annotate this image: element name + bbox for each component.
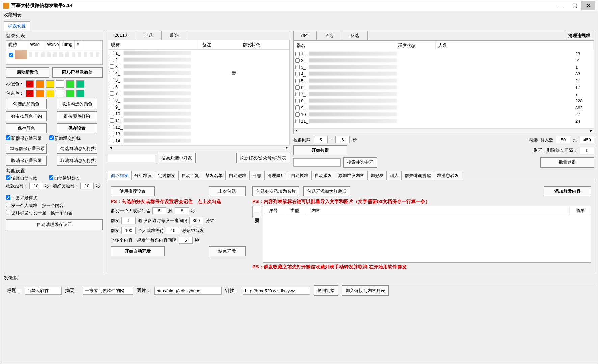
mark-swatch-red[interactable] xyxy=(26,80,34,88)
friend-row[interactable]: 2_ xyxy=(108,56,289,63)
batch-quit-button[interactable]: 批量退群 xyxy=(540,157,594,168)
group-row[interactable]: 1_23 xyxy=(294,50,594,57)
login-row[interactable] xyxy=(6,49,102,60)
friend-invert[interactable]: 反选 xyxy=(161,31,187,40)
mark-swatch-green[interactable] xyxy=(66,80,74,88)
menu-favorites[interactable]: 收藏列表 xyxy=(4,12,21,17)
friend-row[interactable]: 6_ xyxy=(108,83,289,90)
friend-row-check[interactable] xyxy=(110,118,114,123)
group-invert[interactable]: 反选 xyxy=(342,31,368,40)
size-to-input[interactable] xyxy=(580,136,594,143)
p3-count[interactable] xyxy=(121,227,136,234)
group-row[interactable]: 6_17 xyxy=(294,84,594,91)
lower-tab-4[interactable]: 禁发名单 xyxy=(202,171,226,180)
chk-new-group-save[interactable] xyxy=(6,135,10,140)
group-row-check[interactable] xyxy=(295,85,300,90)
friend-row[interactable]: 5_ xyxy=(108,77,289,83)
group-row-check[interactable] xyxy=(295,72,300,76)
mark-swatch-orange[interactable] xyxy=(36,80,44,88)
minimize-button[interactable]: — xyxy=(554,1,568,10)
p2-interval[interactable] xyxy=(189,217,203,224)
group-search-input[interactable] xyxy=(293,158,341,167)
chk-loop-content[interactable] xyxy=(6,210,10,214)
friend-scrollbar[interactable] xyxy=(108,145,290,151)
group-row[interactable]: 8_228 xyxy=(294,97,594,104)
auto-clean-cache-button[interactable]: 自动清理缓存设置 xyxy=(6,219,103,230)
friend-row-check[interactable] xyxy=(110,85,114,89)
tab-main[interactable]: 群发设置 xyxy=(4,21,30,31)
p1-to[interactable] xyxy=(175,207,189,214)
lower-tab-8[interactable]: 自动换群 xyxy=(288,171,311,180)
lower-tab-2[interactable]: 定时群发 xyxy=(155,171,179,180)
group-list[interactable]: 1_232_913_14_835_216_177_78_2289_36210_2… xyxy=(294,50,594,128)
link-summary-input[interactable] xyxy=(83,287,133,295)
friend-row-check[interactable] xyxy=(110,64,114,69)
add-content-button[interactable]: 添加群发内容 xyxy=(544,186,591,196)
chk-auto-transfer[interactable] xyxy=(6,175,10,180)
friend-row[interactable]: 10_ xyxy=(108,110,289,117)
friend-row[interactable]: 8_ xyxy=(108,97,289,103)
group-row[interactable]: 3_1 xyxy=(294,64,594,70)
p3-wait[interactable] xyxy=(166,227,180,234)
maximize-button[interactable]: ▢ xyxy=(568,1,581,10)
chk-normal-mode[interactable] xyxy=(6,195,10,200)
friend-row-check[interactable] xyxy=(110,98,114,102)
group-row[interactable]: 10_27 xyxy=(294,111,594,118)
lower-tab-0[interactable]: 循环群发 xyxy=(108,171,131,180)
friend-row[interactable]: 3_ xyxy=(108,63,289,70)
add-color-button[interactable]: 勾选的加颜色 xyxy=(6,99,47,109)
group-color-check-button[interactable]: 群按颜色打钩 xyxy=(57,111,97,121)
lower-tab-9[interactable]: 自动跟发 xyxy=(311,171,335,180)
start-wechat-button[interactable]: 启动新微信 xyxy=(6,67,49,78)
last-selection-button[interactable]: 上次勾选 xyxy=(209,186,246,196)
cancel-save-button[interactable]: 取消保存通讯录 xyxy=(6,156,47,166)
lower-tab-13[interactable]: 群关键词提醒 xyxy=(402,171,434,180)
mark-swatch-teal[interactable] xyxy=(76,80,84,88)
lower-tab-7[interactable]: 清理僵尸 xyxy=(264,171,288,180)
group-select-all[interactable]: 全选 xyxy=(316,31,342,40)
friend-row-check[interactable] xyxy=(110,125,114,129)
friend-row-check[interactable] xyxy=(110,132,114,136)
group-row-check[interactable] xyxy=(295,58,300,63)
copy-link-button[interactable]: 复制链接 xyxy=(314,285,338,296)
chk-per-content[interactable] xyxy=(6,203,10,207)
save-color-button[interactable]: 保存颜色 xyxy=(6,123,47,133)
check-swatch-teal[interactable] xyxy=(76,90,84,97)
lower-tab-3[interactable]: 自动回复 xyxy=(179,171,202,180)
recv-delay-input[interactable] xyxy=(29,183,43,189)
link-title-input[interactable] xyxy=(25,287,62,295)
lower-tab-14[interactable]: 群消息转发 xyxy=(434,171,462,180)
group-row-check[interactable] xyxy=(295,79,300,83)
friend-row[interactable]: 13_ xyxy=(108,130,289,137)
check-swatch-green[interactable] xyxy=(66,90,74,97)
content-table[interactable]: 序号 类型 内容 顺序 xyxy=(263,206,591,263)
check-swatch-orange[interactable] xyxy=(36,90,44,97)
friend-row-check[interactable] xyxy=(110,112,114,116)
group-row[interactable]: 9_362 xyxy=(294,104,594,111)
clean-violation-button[interactable]: 清理违规群 xyxy=(565,31,594,40)
friend-row-check[interactable] xyxy=(110,139,114,143)
add-delay-input[interactable] xyxy=(80,183,94,189)
friend-row[interactable]: 11_ xyxy=(108,117,289,124)
vtab-fav-page[interactable]: 收藏页面 xyxy=(252,212,261,218)
friend-list[interactable]: 1_2_3_4_善5_6_7_8_9_10_11_12_13_14_15_16_ xyxy=(108,50,289,144)
refresh-list-button[interactable]: 刷新好友/公众号/群列表 xyxy=(236,153,290,163)
cancel-color-button[interactable]: 取消勾选的颜色 xyxy=(57,99,97,109)
group-row-check[interactable] xyxy=(295,105,300,110)
use-recommend-button[interactable]: 使用推荐设置 xyxy=(111,186,155,196)
vtab-send-page[interactable]: 群发页面 xyxy=(252,206,261,212)
cancel-dnd-button[interactable]: 取消群消息免打扰 xyxy=(57,156,97,166)
close-button[interactable]: ✕ xyxy=(581,1,595,10)
friend-row[interactable]: 1_ xyxy=(108,50,289,56)
group-row-check[interactable] xyxy=(295,65,300,69)
friend-row[interactable]: 9_ xyxy=(108,103,289,110)
add-link-button[interactable]: 加入链接到内容列表 xyxy=(342,285,389,296)
link-url-input[interactable] xyxy=(243,287,310,295)
friend-row[interactable]: 4_善 xyxy=(108,70,289,77)
group-row[interactable]: 2_91 xyxy=(294,57,594,64)
group-row[interactable]: 5_21 xyxy=(294,77,594,84)
friend-row-check[interactable] xyxy=(110,71,114,75)
friend-row-check[interactable] xyxy=(110,91,114,96)
friend-search-button[interactable]: 搜索并选中好友 xyxy=(158,153,196,163)
mark-swatch-yellow[interactable] xyxy=(46,80,54,88)
